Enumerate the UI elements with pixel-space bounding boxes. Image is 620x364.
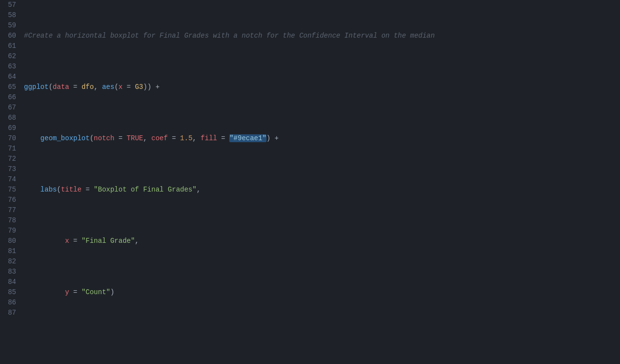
ln-69: 69 (4, 123, 16, 133)
ln-67: 67 (4, 103, 16, 113)
ln-79: 79 (4, 226, 16, 236)
ln-83: 83 (4, 267, 16, 277)
ln-80: 80 (4, 236, 16, 246)
ln-58: 58 (4, 10, 16, 21)
ln-64: 64 (4, 72, 16, 82)
ln-78: 78 (4, 215, 16, 226)
code-line-61: x = "Final Grade", (24, 236, 620, 246)
ln-77: 77 (4, 205, 16, 215)
ln-65: 65 (4, 82, 16, 92)
ln-66: 66 (4, 92, 16, 103)
code-line-58: ggplot(data = dfo, aes(x = G3)) + (24, 82, 620, 92)
ln-60: 60 (4, 31, 16, 41)
ln-81: 81 (4, 246, 16, 257)
ln-76: 76 (4, 195, 16, 205)
code-area[interactable]: #Create a horizontal boxplot for Final G… (22, 0, 620, 364)
ln-59: 59 (4, 21, 16, 31)
code-line-62: y = "Count") (24, 287, 620, 298)
ln-63: 63 (4, 62, 16, 72)
ln-71: 71 (4, 144, 16, 154)
ln-85: 85 (4, 287, 16, 298)
ln-73: 73 (4, 164, 16, 174)
ln-87: 87 (4, 308, 16, 318)
ln-84: 84 (4, 277, 16, 287)
code-editor: 57 58 59 60 61 62 63 64 65 66 67 68 69 7… (0, 0, 620, 364)
ln-68: 68 (4, 113, 16, 123)
ln-86: 86 (4, 298, 16, 308)
ln-70: 70 (4, 133, 16, 144)
ln-61: 61 (4, 41, 16, 51)
code-line-59: geom_boxplot(notch = TRUE, coef = 1.5, f… (24, 133, 620, 144)
code-line-63 (24, 339, 620, 349)
ln-82: 82 (4, 257, 16, 267)
code-line-60: labs(title = "Boxplot of Final Grades", (24, 185, 620, 195)
ln-57: 57 (4, 0, 16, 10)
code-line-57: #Create a horizontal boxplot for Final G… (24, 31, 620, 41)
ln-62: 62 (4, 51, 16, 62)
ln-72: 72 (4, 154, 16, 164)
line-numbers: 57 58 59 60 61 62 63 64 65 66 67 68 69 7… (0, 0, 22, 364)
ln-74: 74 (4, 174, 16, 185)
ln-75: 75 (4, 185, 16, 195)
